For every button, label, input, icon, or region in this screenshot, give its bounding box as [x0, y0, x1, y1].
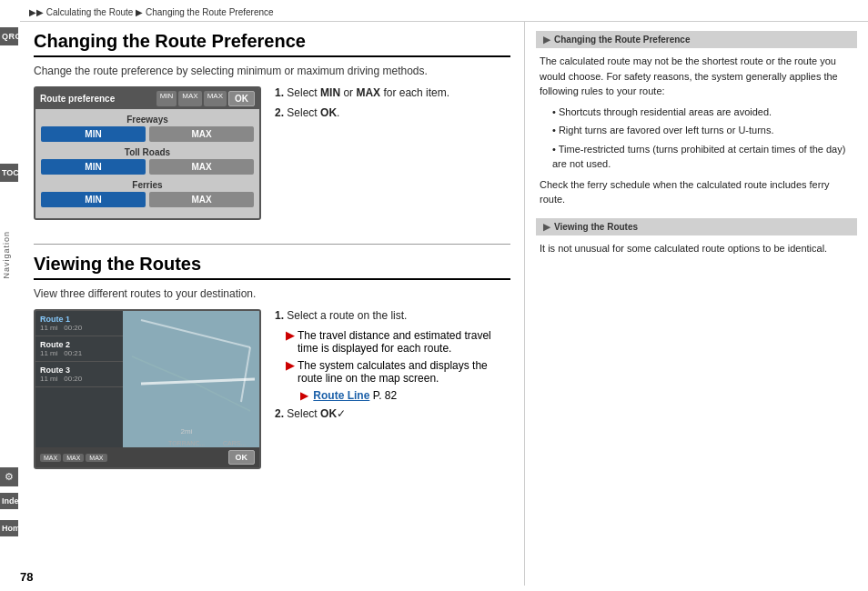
right-bullet1: Shortcuts through residential areas are … — [549, 105, 853, 120]
left-column: Changing the Route Preference Change the… — [20, 22, 525, 586]
freeways-max-btn[interactable]: MAX — [149, 126, 254, 142]
section2-instructions: 1. Select a route on the list. ▶ The tra… — [275, 309, 510, 427]
route2-detail: 11 mi 00:21 — [40, 349, 122, 357]
tab-home[interactable]: Home — [0, 520, 18, 536]
routes-screen-body: Route 1 11 mi 00:20 Route 2 11 mi 00:21 … — [35, 311, 259, 447]
right-sec1-text: The calculated route may not be the shor… — [540, 55, 838, 96]
sidebar: QRG TOC Navigation ⚙ Index Home — [0, 0, 20, 591]
route-link-arrow: ▶ — [300, 389, 308, 402]
right-sec1-footer: Check the ferry schedule when the calcul… — [540, 179, 830, 205]
routes-screen: Route 1 11 mi 00:20 Route 2 11 mi 00:21 … — [34, 309, 261, 469]
routes-footer-btns: MAX MAX MAX — [40, 454, 107, 462]
section1-content: Route preference MIN MAX MAX OK Freeways… — [34, 86, 510, 233]
route1-title: Route 1 — [40, 315, 122, 324]
breadcrumb-part1: Calculating the Route — [46, 7, 134, 17]
route2-title: Route 2 — [40, 340, 122, 349]
page-number: 78 — [20, 570, 33, 584]
section-divider — [34, 244, 510, 245]
screen-btn-maxb: MAX — [204, 91, 227, 106]
route3-item[interactable]: Route 3 11 mi 00:20 — [35, 362, 126, 387]
screen-title: Route preference — [40, 94, 115, 104]
screen-header: Route preference MIN MAX MAX OK — [35, 88, 259, 109]
instruction2: 2. Select OK. — [275, 106, 510, 119]
route1-item[interactable]: Route 1 11 mi 00:20 — [35, 311, 126, 336]
route-bullet2: ▶ The system calculates and displays the… — [286, 359, 510, 385]
route2-item[interactable]: Route 2 11 mi 00:21 — [35, 336, 126, 362]
tab-toc[interactable]: TOC — [0, 164, 18, 182]
route-step2-ok: OK — [320, 407, 337, 420]
map-svg: 2mi TORRANC... CARS... — [123, 311, 259, 447]
ferries-min-btn[interactable]: MIN — [41, 192, 146, 207]
section2: Viewing the Routes View three different … — [34, 254, 510, 478]
screen-btn-min: MIN — [156, 91, 177, 106]
routes-footer: MAX MAX MAX OK — [35, 447, 259, 467]
screen-row-tollroads-btns: MIN MAX — [41, 159, 254, 175]
route-bullet1-text: The travel distance and estimated travel… — [298, 329, 510, 355]
ferries-max-btn[interactable]: MAX — [149, 192, 254, 207]
route-step2: 2. Select OK✓ — [275, 407, 510, 420]
step1-num: 1. — [275, 86, 284, 99]
right-section2-header: ▶ Viewing the Routes — [536, 218, 857, 235]
breadcrumb-arrow1: ▶▶ — [29, 7, 44, 17]
screen-row-tollroads: Toll Roads — [41, 147, 254, 157]
freeways-min-btn[interactable]: MIN — [41, 126, 146, 142]
screen-btn-max: MAX — [178, 91, 201, 106]
right-sec1-icon: ▶ — [543, 35, 550, 45]
screen-ok-btn[interactable]: OK — [228, 91, 255, 106]
breadcrumb-sep: ▶ — [136, 7, 143, 17]
section1-subtitle: Change the route preference by selecting… — [34, 65, 510, 77]
right-bullet3: Time-restricted turns (turns prohibited … — [549, 142, 853, 172]
step1-max: MAX — [356, 86, 380, 99]
arrow2: ▶ — [286, 359, 294, 385]
step2-num: 2. — [275, 106, 284, 119]
right-bullet2: Right turns are favored over left turns … — [549, 123, 853, 138]
route-bullets: ▶ The travel distance and estimated trav… — [286, 329, 510, 402]
right-sec2-text: It is not unusual for some calculated ro… — [540, 243, 827, 254]
tollroads-max-btn[interactable]: MAX — [149, 159, 254, 175]
route-step2-num: 2. — [275, 407, 284, 420]
breadcrumb-part2: Changing the Route Preference — [146, 7, 274, 17]
tollroads-min-btn[interactable]: MIN — [41, 159, 146, 175]
right-sec2-icon: ▶ — [543, 222, 550, 232]
screen-body: Freeways MIN MAX Toll Roads MIN MAX Ferr… — [35, 109, 259, 218]
svg-text:CARS...: CARS... — [223, 440, 246, 446]
routes-footer-maxb-btn[interactable]: MAX — [63, 454, 84, 462]
screen-header-btns: MIN MAX MAX OK — [156, 91, 255, 106]
route3-detail: 11 mi 00:20 — [40, 375, 122, 383]
svg-text:2mi: 2mi — [181, 427, 193, 436]
instruction1: 1. Select MIN or MAX for each item. — [275, 86, 510, 99]
right-sec1-body: The calculated route may not be the shor… — [536, 54, 857, 207]
screen-row-freeways: Freeways — [41, 115, 254, 125]
section2-content: Route 1 11 mi 00:20 Route 2 11 mi 00:21 … — [34, 309, 510, 478]
route-step1: 1. Select a route on the list. — [275, 309, 510, 322]
breadcrumb: ▶▶ Calculating the Route ▶ Changing the … — [20, 0, 868, 22]
route-step1-num: 1. — [275, 309, 284, 322]
right-section1-header: ▶ Changing the Route Preference — [536, 31, 857, 48]
screen-row-ferries: Ferries — [41, 180, 254, 190]
right-sec1-bullets: Shortcuts through residential areas are … — [549, 105, 853, 172]
routes-list-panel: Route 1 11 mi 00:20 Route 2 11 mi 00:21 … — [35, 311, 126, 447]
route-link-container: ▶ Route Line P. 82 — [300, 389, 510, 402]
route-bullet1: ▶ The travel distance and estimated trav… — [286, 329, 510, 355]
route-link-page-num: P. 82 — [373, 389, 397, 402]
routes-footer-max-btn[interactable]: MAX — [40, 454, 61, 462]
route1-detail: 11 mi 00:20 — [40, 324, 122, 332]
nav-label: Navigation — [2, 231, 11, 279]
route-line-link[interactable]: Route Line — [313, 389, 369, 402]
section1-title: Changing the Route Preference — [34, 31, 510, 57]
routes-footer-maxc-btn[interactable]: MAX — [86, 454, 106, 462]
right-sec1-title: Changing the Route Preference — [554, 35, 690, 45]
svg-text:TORRANC...: TORRANC... — [168, 440, 205, 446]
tab-index[interactable]: Index — [0, 493, 18, 509]
tab-qrg[interactable]: QRG — [0, 27, 18, 45]
right-sec2-title: Viewing the Routes — [554, 222, 638, 232]
main-content: ▶▶ Calculating the Route ▶ Changing the … — [20, 0, 868, 591]
routes-ok-btn[interactable]: OK — [228, 450, 256, 465]
step1-min: MIN — [320, 86, 340, 99]
tab-icon[interactable]: ⚙ — [0, 467, 18, 486]
right-sec2-body: It is not unusual for some calculated ro… — [536, 241, 857, 256]
section2-subtitle: View three different routes to your dest… — [34, 287, 510, 300]
route-bullet2-text: The system calculates and displays the r… — [298, 359, 510, 385]
screen-row-freeways-btns: MIN MAX — [41, 126, 254, 142]
arrow1: ▶ — [286, 329, 294, 355]
